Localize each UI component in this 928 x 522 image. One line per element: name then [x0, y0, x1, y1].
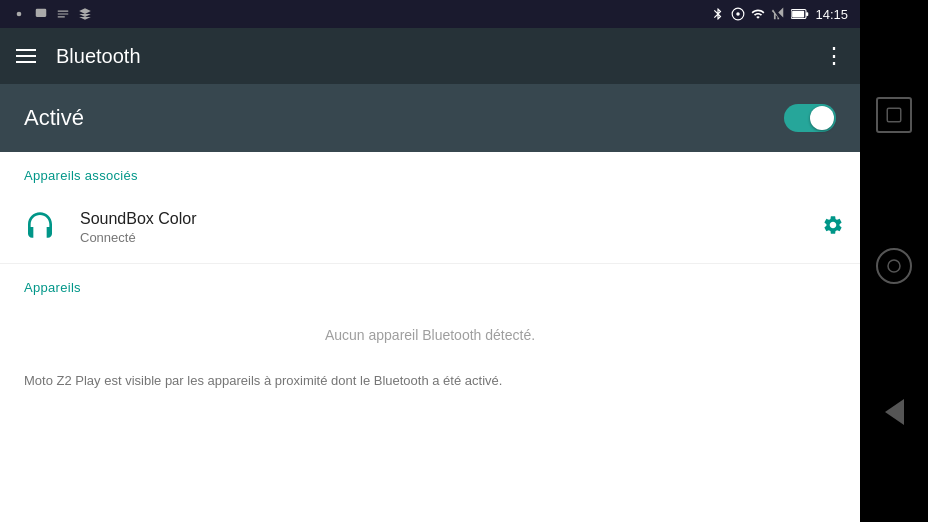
active-section: Activé: [0, 84, 860, 152]
status-bar-left: [12, 7, 92, 21]
paired-devices-header: Appareils associés: [0, 152, 860, 191]
svg-point-0: [17, 12, 22, 17]
status-bar: 14:15: [0, 0, 860, 28]
home-icon: [885, 257, 903, 275]
recent-apps-icon: [885, 106, 903, 124]
device-status: Connecté: [80, 230, 822, 245]
more-options-button[interactable]: ⋮: [823, 43, 844, 69]
bluetooth-status-icon: [711, 7, 725, 21]
active-label: Activé: [24, 105, 784, 131]
headphones-icon: [24, 211, 56, 243]
home-button[interactable]: [876, 248, 912, 284]
device-name: SoundBox Color: [80, 210, 822, 228]
content-area: Appareils associés SoundBox Color Connec…: [0, 152, 860, 522]
svg-rect-1: [36, 9, 47, 17]
back-button[interactable]: [885, 399, 904, 425]
notification-icon-1: [12, 7, 26, 21]
toggle-thumb: [810, 106, 834, 130]
notification-icon-2: [34, 7, 48, 21]
svg-point-3: [737, 12, 741, 16]
available-devices-header: Appareils: [0, 264, 860, 303]
device-settings-button[interactable]: [822, 214, 844, 240]
notification-icon-3: [56, 7, 70, 21]
footer-text: Moto Z2 Play est visible par les apparei…: [0, 355, 860, 407]
device-icon-container: [16, 203, 64, 251]
svg-rect-5: [793, 11, 805, 18]
svg-point-8: [888, 260, 900, 272]
notification-icon-4: [78, 7, 92, 21]
svg-rect-6: [806, 12, 808, 16]
battery-status-icon: [791, 8, 809, 20]
recent-apps-button[interactable]: [876, 97, 912, 133]
status-bar-right: 14:15: [711, 7, 848, 22]
app-title: Bluetooth: [56, 45, 823, 68]
no-devices-text: Aucun appareil Bluetooth détecté.: [0, 303, 860, 355]
device-item[interactable]: SoundBox Color Connecté: [0, 191, 860, 264]
svg-rect-7: [887, 109, 901, 123]
navigation-bar: [860, 0, 928, 522]
bluetooth-toggle[interactable]: [784, 104, 836, 132]
status-time: 14:15: [815, 7, 848, 22]
toggle-track: [784, 104, 836, 132]
app-bar: Bluetooth ⋮: [0, 28, 860, 84]
device-info: SoundBox Color Connecté: [80, 210, 822, 245]
wifi-status-icon: [751, 7, 765, 21]
hamburger-menu-button[interactable]: [16, 49, 36, 63]
settings-gear-icon: [822, 214, 844, 236]
target-status-icon: [731, 7, 745, 21]
signal-off-status-icon: [771, 7, 785, 21]
